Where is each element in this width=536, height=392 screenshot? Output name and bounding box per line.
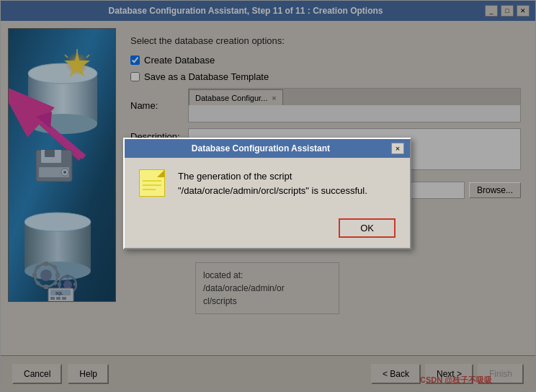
sticky-note-fold (157, 170, 164, 177)
dialog-footer: OK (125, 213, 410, 248)
dialog-body: The generation of the script "/data/orac… (125, 158, 410, 213)
dialog-title-bar: Database Configuration Assistant × (125, 139, 410, 158)
dialog: Database Configuration Assistant × The g… (123, 138, 411, 249)
dialog-close-button[interactable]: × (391, 143, 404, 154)
dialog-message: The generation of the script "/data/orac… (178, 169, 396, 197)
main-window: Database Configuration Assistant, Step 1… (0, 0, 536, 392)
sticky-note-icon (139, 169, 165, 197)
dialog-icon (139, 169, 168, 201)
ok-button[interactable]: OK (339, 218, 396, 238)
dialog-title-text: Database Configuration Assistant (130, 143, 391, 153)
